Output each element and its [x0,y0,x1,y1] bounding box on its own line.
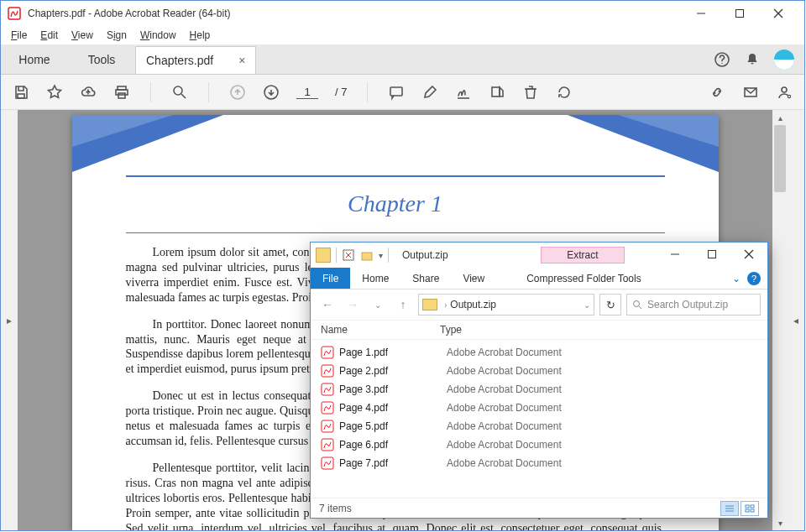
menu-help[interactable]: Help [183,28,217,43]
menu-window[interactable]: Window [133,28,183,43]
new-folder-icon[interactable] [360,248,374,262]
minimize-button[interactable] [682,1,720,26]
person-icon[interactable] [776,84,793,101]
right-panel-toggle[interactable]: ◂ [788,110,804,530]
file-name: Page 3.pdf [339,383,447,395]
menubar: File Edit View Sign Window Help [1,26,804,44]
chevron-right-icon[interactable]: › [444,300,447,310]
svg-rect-24 [709,251,716,258]
file-row[interactable]: Page 3.pdfAdobe Acrobat Document [311,380,767,399]
context-tab-label[interactable]: Extract [541,247,624,263]
forward-button[interactable]: → [343,295,363,315]
help-icon[interactable] [714,51,730,68]
svg-rect-40 [751,505,754,508]
svg-rect-7 [18,94,24,98]
explorer-window-buttons [657,243,767,266]
column-type[interactable]: Type [437,324,767,336]
ribbon-tab-compressed[interactable]: Compressed Folder Tools [515,268,653,289]
file-row[interactable]: Page 1.pdfAdobe Acrobat Document [311,343,767,362]
search-placeholder: Search Output.zip [647,299,728,310]
acrobat-icon [8,7,21,20]
avatar[interactable] [774,50,794,70]
scroll-up-icon[interactable]: ▴ [772,110,788,125]
tab-tools[interactable]: Tools [68,44,135,74]
svg-rect-9 [116,90,128,95]
link-icon[interactable] [709,84,725,101]
zoom-icon[interactable] [171,84,188,101]
svg-rect-39 [746,505,749,508]
file-row[interactable]: Page 6.pdfAdobe Acrobat Document [311,436,767,454]
file-row[interactable]: Page 5.pdfAdobe Acrobat Document [311,417,767,436]
pdf-icon [321,364,334,378]
back-button[interactable]: ← [317,295,338,315]
file-row[interactable]: Page 2.pdfAdobe Acrobat Document [311,362,767,380]
up-button[interactable]: ↑ [393,295,413,315]
search-box[interactable]: Search Output.zip [626,294,761,316]
menu-sign[interactable]: Sign [100,28,133,43]
column-name[interactable]: Name [311,324,437,336]
maximize-button[interactable] [693,243,730,266]
address-dropdown-icon[interactable]: ⌄ [584,300,590,310]
close-button[interactable] [730,243,767,266]
tab-document[interactable]: Chapters.pdf × [135,46,256,74]
vertical-scrollbar[interactable]: ▴ ▾ [772,110,788,530]
properties-icon[interactable] [342,248,355,262]
next-page-icon[interactable] [263,84,280,101]
file-name: Page 6.pdf [339,439,447,451]
view-details-button[interactable] [720,501,739,516]
stamp-icon[interactable] [489,84,505,101]
left-panel-toggle[interactable]: ▸ [1,110,18,530]
breadcrumb[interactable]: Output.zip [450,299,496,310]
delete-icon[interactable] [522,84,539,101]
corner-decoration [72,115,173,147]
menu-view[interactable]: View [65,28,100,43]
page-number-input[interactable] [296,86,318,99]
address-bar[interactable]: › Output.zip ⌄ [418,294,594,316]
ribbon-tab-home[interactable]: Home [350,268,400,289]
comment-icon[interactable] [388,84,405,101]
star-icon[interactable] [46,84,63,101]
file-row[interactable]: Page 7.pdfAdobe Acrobat Document [311,454,767,472]
window-title: Chapters.pdf - Adobe Acrobat Reader (64-… [28,8,682,19]
pdf-icon [321,401,334,415]
rotate-icon[interactable] [556,84,573,101]
ribbon-tab-share[interactable]: Share [400,268,451,289]
highlight-icon[interactable] [421,84,438,101]
ribbon-tab-file[interactable]: File [311,268,350,289]
status-bar: 7 items [311,498,767,518]
menu-file[interactable]: File [4,28,34,43]
maximize-button[interactable] [720,1,759,26]
ribbon-tab-view[interactable]: View [451,268,496,289]
pdf-icon [321,383,334,396]
tab-home[interactable]: Home [1,44,68,74]
ribbon-collapse-icon[interactable]: ⌄ [732,273,741,284]
prev-page-icon[interactable] [229,84,246,101]
file-name: Page 7.pdf [339,457,447,469]
help-icon[interactable]: ? [747,272,761,285]
sign-icon[interactable] [455,84,472,101]
titlebar: Chapters.pdf - Adobe Acrobat Reader (64-… [1,1,804,26]
svg-rect-42 [751,509,754,512]
file-row[interactable]: Page 4.pdfAdobe Acrobat Document [311,399,767,417]
svg-line-28 [639,306,641,309]
refresh-button[interactable]: ↻ [599,294,621,316]
file-name: Page 5.pdf [339,420,447,432]
menu-edit[interactable]: Edit [34,28,65,43]
recent-dropdown-icon[interactable]: ⌄ [368,295,388,315]
print-icon[interactable] [113,84,130,101]
cloud-icon[interactable] [80,84,97,101]
explorer-nav: ← → ⌄ ↑ › Output.zip ⌄ ↻ Search Output.z… [311,289,767,320]
close-button[interactable] [759,1,798,26]
file-type: Adobe Acrobat Document [447,383,562,395]
scroll-thumb[interactable] [774,125,786,192]
minimize-button[interactable] [657,243,693,266]
tab-close-icon[interactable]: × [238,54,245,67]
explorer-window: ▾ Output.zip Extract File Home Share Vie… [310,242,768,519]
scroll-down-icon[interactable]: ▾ [772,515,788,530]
column-headers: Name Type [311,320,767,340]
view-icons-button[interactable] [741,501,759,516]
qat-dropdown-icon[interactable]: ▾ [379,251,383,260]
bell-icon[interactable] [744,51,761,68]
email-icon[interactable] [742,84,759,101]
save-icon[interactable] [13,84,29,101]
